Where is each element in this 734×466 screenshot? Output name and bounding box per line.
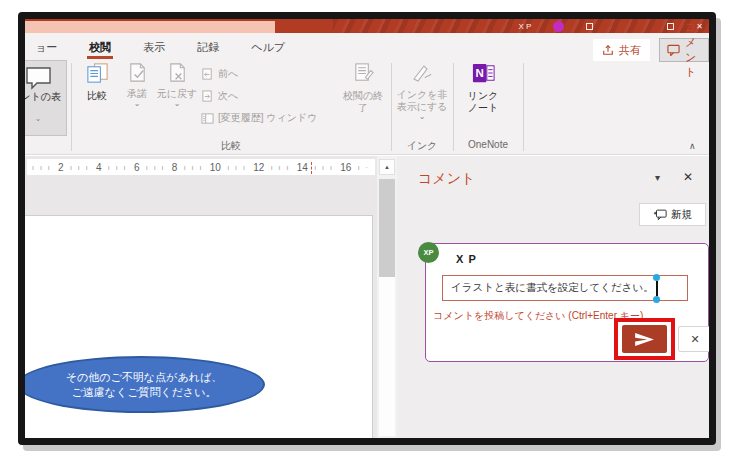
selection-handle-top[interactable]	[653, 274, 660, 281]
titlebar-search-highlight	[25, 21, 275, 33]
ribbon: ョー 校閲 表示 記録 ヘルプ 共有 コメント メントの表示 ⌄ 比較 承諾	[25, 33, 709, 155]
reject-icon	[166, 61, 189, 84]
pane-close-icon[interactable]: ✕	[683, 170, 693, 184]
accept-button[interactable]: 承諾 ⌄	[119, 61, 155, 135]
new-comment-button[interactable]: 新規	[639, 203, 706, 226]
end-review-label: 校閲の終了	[341, 90, 385, 114]
reject-button[interactable]: 元に戻す ⌄	[155, 61, 199, 135]
linked-notes-button[interactable]: N リンクノート	[459, 61, 507, 135]
scrollbar-thumb[interactable]	[379, 179, 395, 277]
ruler-band: ı ı ı2ı ı ı4ı ı ı6ı ı ı8ı ı ı10ı ı ı12ı …	[25, 156, 377, 178]
scroll-up-button[interactable]: ▲	[379, 159, 395, 175]
previous-label: 前へ	[218, 67, 238, 81]
show-comments-label: メントの表示	[18, 91, 66, 115]
ellipse-text-line2: ご遠慮なくご質問ください。	[25, 385, 263, 400]
titlebar-user-label: X P	[518, 22, 531, 31]
ellipse-text-line1: その他のご不明な点があれば、	[25, 370, 263, 385]
comments-toggle-button[interactable]: コメント	[659, 38, 709, 62]
end-review-icon	[351, 61, 376, 86]
ruler: ı ı ı2ı ı ı4ı ı ı6ı ı ı8ı ı ı10ı ı ı12ı …	[27, 159, 375, 175]
selection-handle-bottom[interactable]	[653, 296, 660, 303]
tab-slideshow-partial[interactable]: ョー	[33, 38, 59, 57]
group-label-ink: インク	[391, 139, 453, 153]
cancel-comment-button[interactable]: ✕	[678, 326, 712, 352]
next-comment-button[interactable]: 次へ	[201, 85, 318, 107]
ribbon-tabs: ョー 校閲 表示 記録 ヘルプ	[33, 35, 287, 59]
text-caret	[656, 281, 658, 296]
comment-card: XP X P イラストと表に書式を設定してください。 コメントを投稿してください…	[425, 243, 709, 362]
chevron-down-icon: ⌄	[419, 113, 426, 121]
screenshot-frame: X P ✕ ョー 校閲 表示 記録 ヘルプ 共有 コメント メントの表示	[18, 12, 716, 445]
hide-ink-button[interactable]: インクを非表示にする ⌄	[396, 61, 448, 135]
annotation-highlight-box	[614, 318, 675, 360]
next-icon	[201, 90, 214, 103]
collapse-ribbon-icon[interactable]: ∧	[689, 141, 696, 151]
ellipse-shape[interactable]: その他のご不明な点があれば、 ご遠慮なくご質問ください。	[18, 356, 265, 413]
svg-text:N: N	[475, 67, 483, 79]
revisions-window-button[interactable]: [変更履歴] ウィンドウ	[201, 107, 318, 129]
user-avatar-icon[interactable]	[553, 21, 564, 32]
comments-toggle-label: コメント	[685, 20, 701, 80]
comment-bubble-icon	[667, 44, 680, 56]
share-button[interactable]: 共有	[593, 39, 650, 61]
comment-input[interactable]: イラストと表に書式を設定してください。	[442, 275, 688, 301]
chevron-down-icon: ⌄	[174, 100, 181, 108]
new-comment-icon	[653, 208, 667, 221]
end-review-button[interactable]: 校閲の終了	[339, 61, 387, 135]
comment-author: X P	[456, 253, 477, 265]
chevron-down-icon: ⌄	[35, 115, 42, 123]
tab-help[interactable]: ヘルプ	[249, 38, 287, 57]
vertical-scrollbar: ▲	[377, 156, 397, 438]
comments-pane-title: コメント	[418, 170, 475, 188]
compare-label: 比較	[87, 90, 107, 102]
cancel-icon: ✕	[690, 333, 699, 346]
revisions-window-label: [変更履歴] ウィンドウ	[218, 111, 318, 125]
previous-comment-button[interactable]: 前へ	[201, 63, 318, 85]
hide-ink-label: インクを非表示にする	[396, 89, 448, 113]
slide-canvas[interactable]: その他のご不明な点があれば、 ご遠慮なくご質問ください。	[25, 215, 373, 438]
pane-options-icon[interactable]: ▾	[655, 172, 660, 183]
onenote-icon: N	[471, 61, 496, 86]
hide-ink-icon	[410, 61, 434, 85]
show-comments-icon	[24, 65, 52, 91]
chevron-down-icon: ⌄	[134, 100, 141, 108]
previous-icon	[201, 68, 214, 81]
avatar: XP	[418, 242, 439, 263]
revisions-window-icon	[201, 112, 214, 125]
comment-input-value: イラストと表に書式を設定してください。	[451, 281, 654, 295]
scrollbar-track[interactable]	[379, 277, 395, 436]
compare-button[interactable]: 比較	[77, 61, 117, 135]
window-restore-icon[interactable]	[586, 23, 593, 30]
new-comment-label: 新規	[671, 208, 692, 222]
tab-view[interactable]: 表示	[141, 38, 167, 57]
tab-record[interactable]: 記録	[195, 38, 221, 57]
share-icon	[602, 44, 614, 56]
compare-icon	[85, 61, 110, 86]
window-maximize-icon[interactable]	[667, 23, 674, 30]
show-comments-button[interactable]: メントの表示 ⌄	[18, 60, 67, 136]
titlebar: X P ✕	[25, 19, 709, 33]
linked-notes-label: リンクノート	[466, 90, 500, 114]
share-label: 共有	[619, 43, 641, 58]
tab-review[interactable]: 校閲	[87, 38, 113, 57]
comments-pane: コメント ▾ ✕ 新規 XP X P イラストと表に書式を設定してください。 コ…	[397, 156, 709, 438]
group-label-compare: 比較	[75, 139, 387, 153]
group-label-onenote: OneNote	[453, 139, 523, 150]
next-label: 次へ	[218, 89, 238, 103]
accept-icon	[126, 61, 149, 84]
